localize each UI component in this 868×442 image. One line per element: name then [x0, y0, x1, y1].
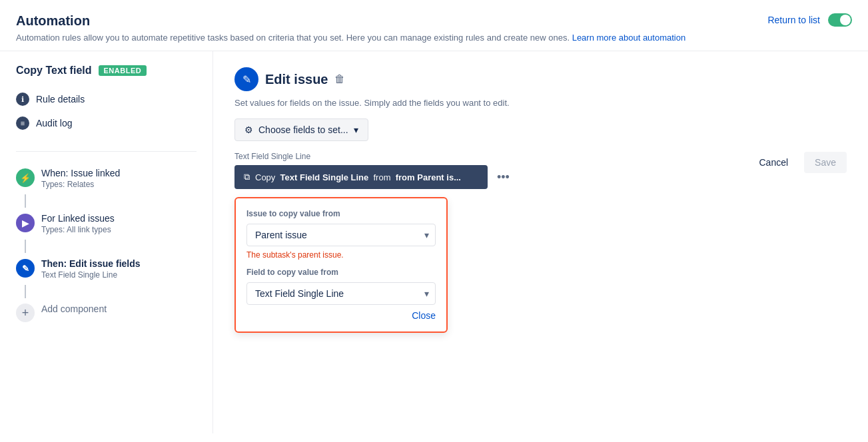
step-for-subtitle: Types: All link types [41, 225, 115, 234]
connector-2 [25, 240, 26, 253]
subtitle-text: Automation rules allow you to automate r… [16, 33, 570, 43]
issue-copy-label: Issue to copy value from [246, 209, 436, 218]
rule-details-label: Rule details [36, 94, 85, 105]
choose-fields-button[interactable]: ⚙ Choose fields to set... ▾ [234, 118, 368, 141]
sidebar-item-audit-log[interactable]: ≡ Audit log [0, 111, 213, 135]
rule-name: Copy Text field [16, 65, 92, 77]
field-label: Text Field Single Line [234, 152, 737, 161]
field-select[interactable]: Text Field Single Line [246, 282, 436, 305]
chevron-down-icon: ▾ [354, 124, 358, 135]
add-component-row: + Add component [0, 298, 213, 328]
rule-details-icon: ℹ [16, 93, 29, 106]
edit-issue-title: Edit issue [265, 72, 328, 87]
popup-hint: The subtask's parent issue. [246, 250, 436, 260]
issue-select[interactable]: Parent issue [246, 224, 436, 246]
add-component-label: Add component [41, 304, 107, 314]
edit-issue-icon: ✎ [234, 67, 258, 91]
step-when-icon: ⚡ [16, 168, 35, 187]
sidebar-divider [16, 151, 197, 152]
delete-icon[interactable]: 🗑 [334, 73, 345, 85]
step-for-title: For Linked issues [41, 213, 115, 224]
copy-field-button[interactable]: ⧉ Copy Text Field Single Line from from … [234, 165, 488, 189]
return-to-list-link[interactable]: Return to list [767, 15, 820, 25]
rule-name-row: Copy Text field ENABLED [0, 65, 213, 87]
step-then-icon: ✎ [16, 259, 35, 278]
main-content: Copy Text field ENABLED ℹ Rule details ≡… [0, 51, 868, 433]
sidebar-nav: ℹ Rule details ≡ Audit log [0, 87, 213, 146]
popup-card: Issue to copy value from Parent issue ▾ … [234, 197, 448, 333]
copy-field-row: ⧉ Copy Text Field Single Line from from … [234, 165, 737, 189]
connector-1 [25, 194, 26, 208]
step-for[interactable]: ▶ For Linked issues Types: All link type… [0, 208, 213, 240]
issue-select-wrapper: Parent issue ▾ [246, 224, 436, 246]
connector-3 [25, 285, 26, 298]
choose-fields-label: Choose fields to set... [258, 124, 348, 135]
step-when-content: When: Issue linked Types: Relates [41, 168, 120, 189]
automation-toggle[interactable] [828, 13, 852, 27]
audit-log-label: Audit log [36, 118, 72, 128]
header-left: Automation Automation rules allow you to… [16, 13, 685, 43]
step-then-subtitle: Text Field Single Line [41, 270, 141, 280]
field-section: Text Field Single Line ⧉ Copy Text Field… [234, 152, 737, 333]
copy-from-text: from [374, 172, 391, 182]
edit-issue-header: ✎ Edit issue 🗑 [234, 67, 847, 91]
page-subtitle: Automation rules allow you to automate r… [16, 33, 685, 43]
step-when-subtitle: Types: Relates [41, 180, 120, 189]
close-button[interactable]: Close [412, 310, 436, 321]
save-button[interactable]: Save [804, 152, 847, 173]
more-options-button[interactable]: ••• [493, 168, 514, 187]
sidebar-item-rule-details[interactable]: ℹ Rule details [0, 87, 213, 111]
cancel-button[interactable]: Cancel [748, 152, 799, 173]
content-row: Text Field Single Line ⧉ Copy Text Field… [234, 152, 847, 333]
step-then[interactable]: ✎ Then: Edit issue fields Text Field Sin… [0, 253, 213, 285]
edit-issue-description: Set values for fields on the issue. Simp… [234, 98, 847, 108]
action-buttons: Cancel Save [748, 152, 847, 173]
field-select-wrapper: Text Field Single Line ▾ [246, 282, 436, 305]
learn-more-link[interactable]: Learn more about automation [572, 33, 686, 43]
step-when[interactable]: ⚡ When: Issue linked Types: Relates [0, 162, 213, 194]
enabled-badge: ENABLED [99, 65, 147, 76]
popup-close-row: Close [246, 310, 436, 321]
copy-field-text: Copy Text Field Single Line from from Pa… [255, 172, 461, 182]
field-copy-label: Field to copy value from [246, 268, 436, 277]
sidebar: Copy Text field ENABLED ℹ Rule details ≡… [0, 51, 213, 433]
page-title: Automation [16, 13, 685, 29]
copy-label: Copy [255, 172, 275, 182]
audit-log-icon: ≡ [16, 116, 29, 130]
header-right: Return to list [767, 13, 852, 27]
right-panel: ✎ Edit issue 🗑 Set values for fields on … [213, 51, 868, 433]
copy-from-source: from Parent is... [396, 172, 461, 182]
step-when-title: When: Issue linked [41, 168, 120, 178]
gear-icon: ⚙ [244, 124, 253, 135]
add-component-icon[interactable]: + [16, 304, 35, 322]
step-then-title: Then: Edit issue fields [41, 258, 141, 269]
step-for-content: For Linked issues Types: All link types [41, 213, 115, 234]
copy-icon: ⧉ [244, 172, 250, 182]
page-header: Automation Automation rules allow you to… [0, 0, 868, 51]
copy-field-name: Text Field Single Line [280, 172, 369, 182]
step-for-icon: ▶ [16, 214, 35, 232]
step-then-content: Then: Edit issue fields Text Field Singl… [41, 258, 141, 280]
